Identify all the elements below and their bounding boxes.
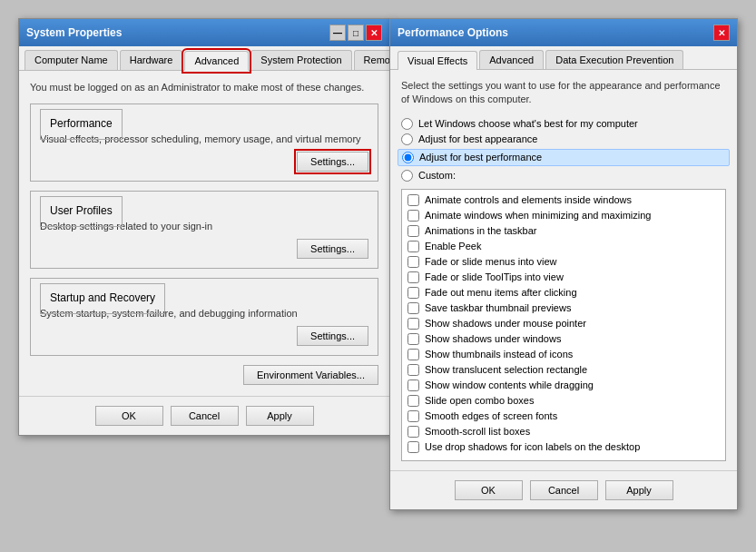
visual-effects-content: Select the settings you want to use for … bbox=[390, 70, 737, 470]
checkbox-item: Show thumbnails instead of icons bbox=[406, 348, 722, 361]
sys-apply-button[interactable]: Apply bbox=[246, 406, 314, 426]
checkbox-item: Enable Peek bbox=[406, 240, 722, 253]
checkbox-9[interactable] bbox=[407, 333, 419, 345]
checkbox-10[interactable] bbox=[407, 349, 419, 360]
checkbox-label-4: Fade or slide menus into view bbox=[425, 256, 557, 267]
tab-visual-effects[interactable]: Visual Effects bbox=[398, 51, 477, 70]
system-properties-window: System Properties — □ ✕ Computer Name Ha… bbox=[18, 18, 390, 436]
tab-data-execution-prevention[interactable]: Data Execution Prevention bbox=[545, 50, 683, 69]
checkbox-label-0: Animate controls and elements inside win… bbox=[425, 194, 632, 205]
checkbox-13[interactable] bbox=[407, 395, 419, 407]
checkbox-label-11: Show translucent selection rectangle bbox=[425, 364, 587, 375]
maximize-button[interactable]: □ bbox=[348, 25, 364, 41]
checkbox-label-14: Smooth edges of screen fonts bbox=[425, 410, 557, 421]
checkbox-16[interactable] bbox=[407, 441, 419, 453]
tab-hardware[interactable]: Hardware bbox=[120, 50, 183, 70]
environment-variables-button[interactable]: Environment Variables... bbox=[243, 365, 378, 385]
checkbox-item: Animations in the taskbar bbox=[406, 224, 722, 238]
performance-options-title: Performance Options bbox=[398, 26, 508, 39]
radio-group: Let Windows choose what's best for my co… bbox=[401, 118, 726, 182]
performance-options-tab-bar: Visual Effects Advanced Data Execution P… bbox=[390, 46, 737, 70]
checkbox-label-10: Show thumbnails instead of icons bbox=[425, 349, 573, 360]
perf-close-button[interactable]: ✕ bbox=[713, 25, 730, 41]
perf-ok-button[interactable]: OK bbox=[455, 480, 523, 500]
checkbox-14[interactable] bbox=[407, 410, 419, 422]
perf-title-bar-buttons: ✕ bbox=[713, 25, 730, 41]
checkbox-item: Show shadows under mouse pointer bbox=[406, 317, 722, 330]
sys-ok-button[interactable]: OK bbox=[95, 406, 163, 426]
performance-settings-button[interactable]: Settings... bbox=[297, 152, 368, 172]
close-button[interactable]: ✕ bbox=[366, 25, 382, 41]
system-properties-tab-bar: Computer Name Hardware Advanced System P… bbox=[19, 46, 389, 71]
perf-apply-button[interactable]: Apply bbox=[605, 480, 673, 500]
checkbox-0[interactable] bbox=[407, 194, 419, 206]
checkbox-11[interactable] bbox=[407, 364, 419, 376]
checkbox-2[interactable] bbox=[407, 225, 419, 237]
checkbox-1[interactable] bbox=[407, 210, 419, 222]
radio-custom-input[interactable] bbox=[401, 170, 413, 182]
checkbox-label-1: Animate windows when minimizing and maxi… bbox=[425, 210, 651, 221]
checkbox-15[interactable] bbox=[407, 426, 419, 438]
minimize-button[interactable]: — bbox=[329, 25, 346, 41]
checkbox-12[interactable] bbox=[407, 380, 419, 391]
checkbox-item: Fade or slide ToolTips into view bbox=[406, 271, 722, 284]
startup-recovery-settings-button[interactable]: Settings... bbox=[297, 326, 368, 346]
checkbox-item: Show shadows under windows bbox=[406, 332, 722, 346]
radio-best-appearance-input[interactable] bbox=[401, 133, 413, 145]
title-bar-buttons: — □ ✕ bbox=[329, 25, 382, 41]
checkbox-label-16: Use drop shadows for icon labels on the … bbox=[425, 441, 640, 452]
checkbox-4[interactable] bbox=[407, 256, 419, 268]
system-properties-content: You must be logged on as an Administrato… bbox=[19, 71, 389, 396]
checkbox-item: Show window contents while dragging bbox=[406, 379, 722, 392]
startup-recovery-group: Startup and Recovery System startup, sys… bbox=[30, 278, 378, 356]
checkbox-label-9: Show shadows under windows bbox=[425, 333, 561, 344]
checkbox-item: Slide open combo boxes bbox=[406, 394, 722, 408]
tab-perf-advanced[interactable]: Advanced bbox=[479, 50, 544, 69]
radio-custom: Custom: bbox=[401, 170, 726, 182]
radio-let-windows-choose-input[interactable] bbox=[401, 118, 413, 130]
radio-best-appearance: Adjust for best appearance bbox=[401, 133, 726, 145]
radio-let-windows-choose: Let Windows choose what's best for my co… bbox=[401, 118, 726, 130]
radio-best-appearance-label: Adjust for best appearance bbox=[418, 133, 537, 144]
checkbox-7[interactable] bbox=[407, 302, 419, 314]
checkbox-8[interactable] bbox=[407, 318, 419, 330]
visual-effects-checkbox-list: Animate controls and elements inside win… bbox=[401, 189, 726, 461]
performance-options-bottom-buttons: OK Cancel Apply bbox=[390, 470, 737, 509]
checkbox-item: Show translucent selection rectangle bbox=[406, 363, 722, 377]
checkbox-item: Smooth edges of screen fonts bbox=[406, 409, 722, 423]
checkbox-item: Use drop shadows for icon labels on the … bbox=[406, 440, 722, 454]
system-properties-title-bar: System Properties — □ ✕ bbox=[19, 19, 389, 46]
tab-computer-name[interactable]: Computer Name bbox=[25, 50, 118, 70]
tab-system-protection[interactable]: System Protection bbox=[250, 50, 351, 70]
sys-cancel-button[interactable]: Cancel bbox=[171, 406, 239, 426]
checkbox-label-13: Slide open combo boxes bbox=[425, 395, 534, 406]
checkbox-label-5: Fade or slide ToolTips into view bbox=[425, 271, 564, 282]
performance-group-label: Performance bbox=[40, 109, 123, 140]
checkbox-label-2: Animations in the taskbar bbox=[425, 225, 537, 236]
checkbox-item: Smooth-scroll list boxes bbox=[406, 425, 722, 439]
performance-options-title-bar: Performance Options ✕ bbox=[390, 19, 737, 46]
checkbox-label-12: Show window contents while dragging bbox=[425, 380, 594, 390]
checkbox-3[interactable] bbox=[407, 241, 419, 252]
checkbox-label-8: Show shadows under mouse pointer bbox=[425, 318, 586, 329]
radio-let-windows-choose-label: Let Windows choose what's best for my co… bbox=[418, 118, 638, 129]
checkbox-label-3: Enable Peek bbox=[425, 241, 481, 251]
admin-info-text: You must be logged on as an Administrato… bbox=[30, 82, 378, 93]
radio-custom-label: Custom: bbox=[418, 170, 456, 181]
checkbox-label-6: Fade out menu items after clicking bbox=[425, 287, 577, 298]
radio-best-performance-input[interactable] bbox=[402, 152, 414, 163]
perf-cancel-button[interactable]: Cancel bbox=[530, 480, 598, 500]
checkbox-6[interactable] bbox=[407, 287, 419, 299]
radio-best-performance-label: Adjust for best performance bbox=[419, 152, 542, 163]
performance-options-window: Performance Options ✕ Visual Effects Adv… bbox=[389, 18, 738, 510]
user-profiles-group-label: User Profiles bbox=[40, 196, 123, 227]
checkbox-label-7: Save taskbar thumbnail previews bbox=[425, 302, 571, 313]
tab-advanced[interactable]: Advanced bbox=[184, 51, 249, 71]
user-profiles-group: User Profiles Desktop settings related t… bbox=[30, 191, 378, 269]
checkbox-5[interactable] bbox=[407, 271, 419, 283]
user-profiles-settings-button[interactable]: Settings... bbox=[297, 239, 368, 259]
visual-effects-desc: Select the settings you want to use for … bbox=[401, 79, 726, 107]
checkbox-item: Fade or slide menus into view bbox=[406, 255, 722, 269]
checkbox-item: Animate windows when minimizing and maxi… bbox=[406, 209, 722, 222]
startup-recovery-group-label: Startup and Recovery bbox=[40, 283, 165, 314]
